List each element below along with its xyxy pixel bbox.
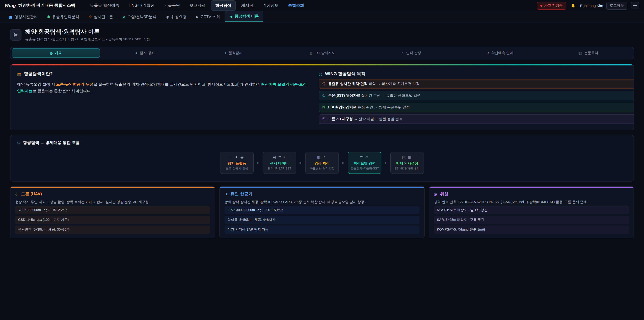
spec-row: 고도: 30~500m · 속도: 15~25m/s	[15, 206, 210, 214]
tab-overview[interactable]: ◍ 개요	[12, 48, 100, 58]
tab-area-calc[interactable]: ∠ 면적 산정	[368, 48, 455, 58]
satellite-icon: ◉	[166, 15, 169, 19]
target-circle-icon: ◎	[318, 71, 322, 76]
nav-item-aerial-search[interactable]: 항공탐색	[211, 0, 236, 11]
radar-plane-icon	[10, 29, 22, 41]
menu-hamburger-button[interactable]	[630, 2, 639, 9]
goal-number: ③	[322, 105, 325, 109]
nav-item-board[interactable]: 게시판	[237, 1, 257, 11]
highlight-platforms: 드론·유인항공기·위성	[56, 82, 94, 86]
main-content: 해양 항공탐색·원격탐사 이론 유출유 원격탐지·항공감시 기법 · ESI 방…	[0, 23, 644, 238]
subnav-label: 실시간드론	[94, 15, 113, 20]
sub-nav: ▣ 영상사진관리 ✱ 유출유면적분석 ✢ 실시간드론 ◈ 오염/선박3D분석 ◉…	[0, 12, 644, 23]
goals-card: ◎ WING 항공탐색 목적 ① 유출유 실시간 위치·면적 파악 → 확산예측…	[318, 71, 634, 124]
tab-label: 개요	[55, 51, 62, 55]
nav-item-rescue[interactable]: 긴급구난	[160, 1, 184, 11]
plane-icon: ✈	[224, 192, 228, 197]
flow-step-decision: ▤ ▥ 방제 의사결정 ESI 연계·자원 배치	[390, 152, 424, 174]
tab-label: 논문특허	[584, 51, 598, 55]
spec-row: KOMPSAT-5: X-band SAR 1m급	[434, 226, 629, 234]
cctv-icon: ▶	[196, 15, 199, 19]
drone-icon: ✢	[88, 15, 92, 19]
card-description: 현장 즉시 투입·저고도 정밀 촬영. 광학·적외선 카메라 탑재, 실시간 영…	[15, 199, 210, 205]
goal-number: ②	[322, 93, 325, 98]
subnav-item-satellite-request[interactable]: ◉ 위성요청	[161, 12, 191, 22]
flow-step-platforms: ✢ ✈ ◉ 탐지 플랫폼 드론·항공기·위성	[220, 152, 254, 174]
section-tabbar: ◍ 개요 ✈ 탐지 장비 ⌖ 원격탐사 ▦ ESI 방제지도 ∠ 면적 산정 ⇄…	[10, 47, 634, 59]
nav-item-weather[interactable]: 기상정보	[258, 1, 283, 11]
nav-item-reports[interactable]: 보고자료	[186, 1, 210, 11]
card-description: 광역·반복 관측. SST(NOAA AVHRR·NGSST)·SAR(Sent…	[434, 199, 629, 205]
flow-step-sensors: ▣ ≋ ⌖ 센서 데이터 광학·IR·SAR·SST	[263, 152, 296, 174]
spec-row: NGSST: 5km 해상도 · 일 1회 갱신	[434, 206, 629, 214]
nav-item-hns[interactable]: HNS·대기확산	[124, 1, 159, 11]
logo-wing-icon: Wing	[5, 3, 16, 8]
goal-item: ② 수온(SST) 위성자료 실시간 수신 → 유출유 풍화모델 입력	[318, 91, 634, 100]
spec-row: 운용반경: 5~30km · 체공: 30~90분	[15, 226, 210, 234]
analysis-icon: ✱	[47, 15, 50, 19]
flow-section: ⚙ 항공탐색 → 방제대응 통합 흐름 ✢ ✈ ◉ 탐지 플랫폼 드론·항공기·…	[10, 135, 634, 182]
spec-row: 야간·악기상 SAR 탐지 가능	[224, 226, 420, 234]
logout-button[interactable]: 로그아웃	[606, 2, 627, 10]
card-title: 위성	[440, 191, 448, 197]
tab-prediction-link[interactable]: ⇄ 확산예측 연계	[456, 48, 544, 58]
map-icon: ▦	[310, 51, 312, 55]
subnav-label: 위성요청	[171, 15, 186, 20]
subnav-item-aerial-theory[interactable]: ◮ 항공탐색 이론	[225, 11, 264, 22]
app-logo: Wing 해양환경 위기대응 통합시스템	[5, 3, 75, 9]
spec-row: GSD: 1~5cm/px (100m 고도 기준)	[15, 216, 210, 224]
subnav-label: 유출유면적분석	[52, 15, 79, 20]
drone-icon: ✢	[15, 192, 18, 197]
link-icon: ⇄	[486, 51, 489, 55]
flow-step-model-input: ≋ ⚙ 확산모델 입력 유출위치·유출량·SST	[348, 152, 381, 174]
target-icon: ⌖	[224, 51, 226, 55]
tab-label: 탐지 장비	[140, 51, 155, 55]
angle-icon: ∠	[401, 51, 404, 55]
cube-3d-icon: ◈	[122, 15, 125, 19]
tab-detection-equipment[interactable]: ✈ 탐지 장비	[101, 48, 188, 58]
card-title: 유인 항공기	[230, 191, 252, 197]
satellite-icon: ◉	[434, 192, 438, 197]
platform-cards: ✢드론 (UAV) 현장 즉시 투입·저고도 정밀 촬영. 광학·적외선 카메라…	[10, 186, 634, 238]
header-right: 사고 진행중 Eunjeong Kim 로그아웃	[537, 2, 639, 10]
tab-esi-map[interactable]: ▦ ESI 방제지도	[278, 48, 366, 58]
goal-item: ④ 드론 3D 재구성 → 선박 식별·오염원 정밀 분석	[318, 114, 634, 124]
arrow-right-icon: ▶	[385, 161, 387, 164]
nav-item-oil-spread[interactable]: 유출유 확산예측	[86, 1, 123, 11]
tab-remote-sensing[interactable]: ⌖ 원격탐사	[190, 48, 277, 58]
arrow-right-icon: ▶	[342, 161, 344, 164]
app-title: 해양환경 위기대응 통합시스템	[18, 3, 75, 9]
theory-icon: ◮	[230, 14, 232, 19]
spec-row: 탐색폭: 5~50km · 체공: 4~8시간	[224, 216, 420, 224]
subnav-item-realtime-drone[interactable]: ✢ 실시간드론	[84, 12, 117, 22]
model-icons: ≋ ⚙	[350, 155, 379, 159]
incident-status-badge[interactable]: 사고 진행중	[537, 2, 566, 10]
nav-item-integrated-search[interactable]: 통합조회	[284, 1, 308, 11]
processing-icons: ▦ ∠	[308, 155, 336, 159]
image-icon: ▣	[9, 15, 12, 19]
arrow-right-icon: ▶	[300, 161, 302, 164]
subnav-item-cctv[interactable]: ▶ CCTV 조회	[192, 12, 224, 22]
decision-icons: ▤ ▥	[393, 155, 422, 159]
subnav-item-oil-area-analysis[interactable]: ✱ 유출유면적분석	[43, 12, 84, 22]
tab-papers-patents[interactable]: ▤ 논문특허	[545, 48, 632, 58]
subnav-label: CCTV 조회	[201, 15, 220, 20]
plane-icon: ✈	[135, 51, 138, 55]
tab-label: 원격탐사	[228, 51, 243, 55]
tab-label: 확산예측 연계	[491, 51, 513, 55]
tab-label: 면적 산정	[406, 51, 421, 55]
tab-label: ESI 방제지도	[314, 51, 336, 55]
subnav-item-3d-analysis[interactable]: ◈ 오염/선박3D분석	[118, 12, 161, 22]
goal-number: ④	[322, 117, 325, 121]
overview-panel: ▤ 항공탐색이란? 해양 유류오염 발생 시 드론·유인항공기·위성을 활용하여…	[10, 64, 634, 130]
spec-row: SAR: 5~25m 해상도 · 구름 무관	[434, 216, 629, 224]
notification-bell-icon[interactable]	[569, 2, 577, 9]
subnav-label: 오염/선박3D분석	[127, 15, 156, 20]
subnav-label: 항공탐색 이론	[234, 14, 259, 19]
spec-row: 고도: 300~3,000m · 속도: 60~150m/s	[224, 206, 420, 214]
main-nav: 유출유 확산예측 HNS·대기확산 긴급구난 보고자료 항공탐색 게시판 기상정…	[86, 0, 532, 11]
incident-badge-label: 사고 진행중	[544, 3, 563, 8]
subnav-item-image-management[interactable]: ▣ 영상사진관리	[5, 12, 42, 22]
top-header: Wing 해양환경 위기대응 통합시스템 유출유 확산예측 HNS·대기확산 긴…	[0, 0, 644, 12]
platform-card-satellite: ◉위성 광역·반복 관측. SST(NOAA AVHRR·NGSST)·SAR(…	[429, 186, 634, 238]
